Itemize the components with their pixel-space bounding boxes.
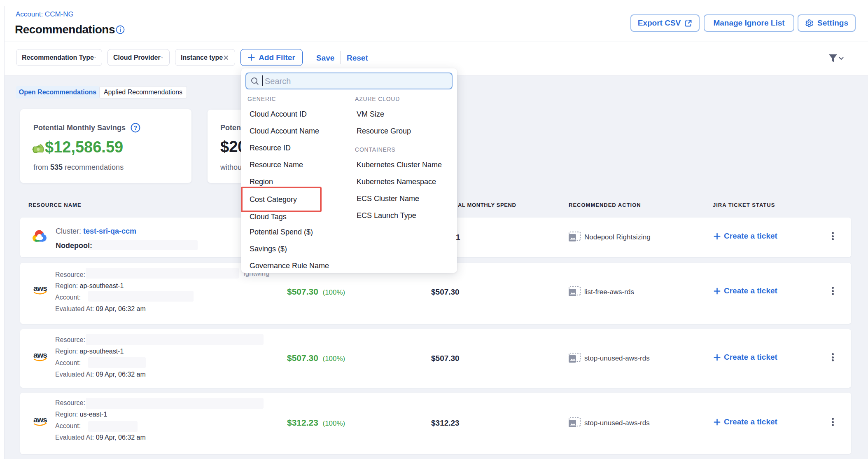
- svg-text:?: ?: [134, 124, 138, 131]
- svg-text:aws: aws: [33, 351, 47, 359]
- svg-text:aws: aws: [33, 284, 47, 293]
- svg-text:aws: aws: [33, 416, 47, 424]
